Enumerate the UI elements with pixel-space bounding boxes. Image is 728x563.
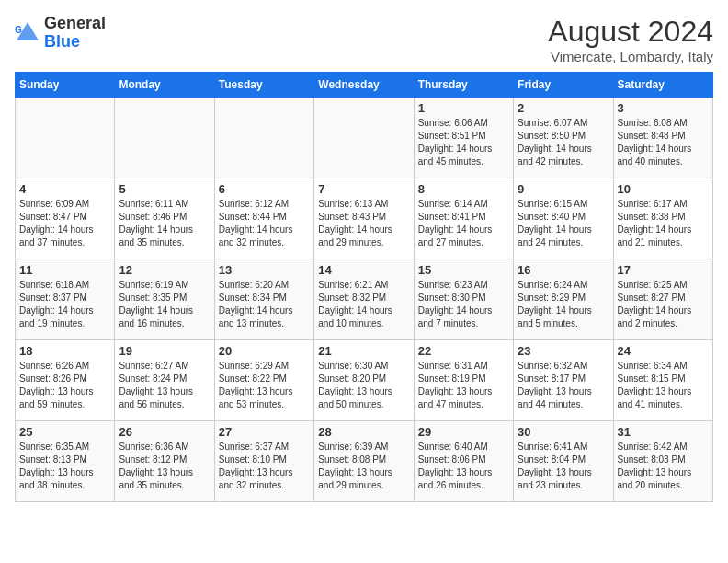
column-header-saturday: Saturday — [613, 73, 712, 98]
calendar-cell — [16, 98, 115, 178]
day-number: 12 — [119, 263, 210, 277]
day-number: 20 — [219, 344, 310, 358]
calendar-cell: 31Sunrise: 6:42 AM Sunset: 8:03 PM Dayli… — [613, 421, 712, 502]
day-info: Sunrise: 6:36 AM Sunset: 8:12 PM Dayligh… — [119, 441, 210, 492]
calendar-cell: 1Sunrise: 6:06 AM Sunset: 8:51 PM Daylig… — [414, 98, 513, 178]
day-number: 18 — [19, 344, 110, 358]
day-number: 23 — [518, 344, 609, 358]
calendar-week-row: 1Sunrise: 6:06 AM Sunset: 8:51 PM Daylig… — [16, 98, 713, 178]
day-number: 29 — [418, 425, 509, 439]
day-info: Sunrise: 6:14 AM Sunset: 8:41 PM Dayligh… — [418, 198, 509, 249]
calendar-week-row: 25Sunrise: 6:35 AM Sunset: 8:13 PM Dayli… — [16, 421, 713, 502]
day-info: Sunrise: 6:06 AM Sunset: 8:51 PM Dayligh… — [418, 117, 509, 168]
calendar-cell — [214, 98, 313, 178]
calendar-cell: 5Sunrise: 6:11 AM Sunset: 8:46 PM Daylig… — [115, 178, 214, 259]
calendar-cell: 25Sunrise: 6:35 AM Sunset: 8:13 PM Dayli… — [16, 421, 115, 502]
day-info: Sunrise: 6:42 AM Sunset: 8:03 PM Dayligh… — [618, 441, 709, 492]
title-block: August 2024 Vimercate, Lombardy, Italy — [548, 15, 713, 64]
day-info: Sunrise: 6:39 AM Sunset: 8:08 PM Dayligh… — [318, 441, 409, 492]
calendar-cell: 23Sunrise: 6:32 AM Sunset: 8:17 PM Dayli… — [514, 340, 613, 421]
day-number: 22 — [418, 344, 509, 358]
calendar-week-row: 11Sunrise: 6:18 AM Sunset: 8:37 PM Dayli… — [16, 259, 713, 340]
day-number: 5 — [119, 182, 210, 196]
calendar-cell: 20Sunrise: 6:29 AM Sunset: 8:22 PM Dayli… — [214, 340, 313, 421]
calendar-cell: 13Sunrise: 6:20 AM Sunset: 8:34 PM Dayli… — [214, 259, 313, 340]
calendar-cell: 12Sunrise: 6:19 AM Sunset: 8:35 PM Dayli… — [115, 259, 214, 340]
calendar-cell: 4Sunrise: 6:09 AM Sunset: 8:47 PM Daylig… — [16, 178, 115, 259]
day-number: 30 — [518, 425, 609, 439]
day-number: 10 — [618, 182, 709, 196]
day-info: Sunrise: 6:07 AM Sunset: 8:50 PM Dayligh… — [518, 117, 609, 168]
calendar-week-row: 18Sunrise: 6:26 AM Sunset: 8:26 PM Dayli… — [16, 340, 713, 421]
day-info: Sunrise: 6:41 AM Sunset: 8:04 PM Dayligh… — [518, 441, 609, 492]
day-info: Sunrise: 6:26 AM Sunset: 8:26 PM Dayligh… — [19, 360, 110, 411]
calendar-table: SundayMondayTuesdayWednesdayThursdayFrid… — [15, 72, 713, 502]
column-header-friday: Friday — [514, 73, 613, 98]
day-number: 31 — [618, 425, 709, 439]
calendar-cell: 30Sunrise: 6:41 AM Sunset: 8:04 PM Dayli… — [514, 421, 613, 502]
day-number: 24 — [618, 344, 709, 358]
calendar-cell: 22Sunrise: 6:31 AM Sunset: 8:19 PM Dayli… — [414, 340, 513, 421]
calendar-cell: 27Sunrise: 6:37 AM Sunset: 8:10 PM Dayli… — [214, 421, 313, 502]
day-info: Sunrise: 6:25 AM Sunset: 8:27 PM Dayligh… — [618, 279, 709, 330]
calendar-cell: 21Sunrise: 6:30 AM Sunset: 8:20 PM Dayli… — [314, 340, 414, 421]
calendar-cell: 29Sunrise: 6:40 AM Sunset: 8:06 PM Dayli… — [414, 421, 513, 502]
day-number: 14 — [318, 263, 409, 277]
day-info: Sunrise: 6:17 AM Sunset: 8:38 PM Dayligh… — [618, 198, 709, 249]
calendar-cell: 28Sunrise: 6:39 AM Sunset: 8:08 PM Dayli… — [314, 421, 414, 502]
logo-text: General Blue — [44, 15, 106, 52]
logo: G General Blue — [15, 15, 106, 52]
day-number: 6 — [219, 182, 310, 196]
day-info: Sunrise: 6:09 AM Sunset: 8:47 PM Dayligh… — [19, 198, 110, 249]
day-info: Sunrise: 6:15 AM Sunset: 8:40 PM Dayligh… — [518, 198, 609, 249]
calendar-cell: 2Sunrise: 6:07 AM Sunset: 8:50 PM Daylig… — [514, 98, 613, 178]
day-info: Sunrise: 6:27 AM Sunset: 8:24 PM Dayligh… — [119, 360, 210, 411]
day-number: 9 — [518, 182, 609, 196]
day-number: 28 — [318, 425, 409, 439]
day-number: 17 — [618, 263, 709, 277]
day-info: Sunrise: 6:20 AM Sunset: 8:34 PM Dayligh… — [219, 279, 310, 330]
day-number: 27 — [219, 425, 310, 439]
day-info: Sunrise: 6:35 AM Sunset: 8:13 PM Dayligh… — [19, 441, 110, 492]
day-info: Sunrise: 6:21 AM Sunset: 8:32 PM Dayligh… — [318, 279, 409, 330]
day-info: Sunrise: 6:30 AM Sunset: 8:20 PM Dayligh… — [318, 360, 409, 411]
day-number: 11 — [19, 263, 110, 277]
day-info: Sunrise: 6:18 AM Sunset: 8:37 PM Dayligh… — [19, 279, 110, 330]
day-info: Sunrise: 6:12 AM Sunset: 8:44 PM Dayligh… — [219, 198, 310, 249]
day-number: 8 — [418, 182, 509, 196]
day-info: Sunrise: 6:29 AM Sunset: 8:22 PM Dayligh… — [219, 360, 310, 411]
calendar-cell: 6Sunrise: 6:12 AM Sunset: 8:44 PM Daylig… — [214, 178, 313, 259]
column-header-wednesday: Wednesday — [314, 73, 414, 98]
calendar-cell: 17Sunrise: 6:25 AM Sunset: 8:27 PM Dayli… — [613, 259, 712, 340]
day-info: Sunrise: 6:31 AM Sunset: 8:19 PM Dayligh… — [418, 360, 509, 411]
calendar-cell: 10Sunrise: 6:17 AM Sunset: 8:38 PM Dayli… — [613, 178, 712, 259]
calendar-cell — [115, 98, 214, 178]
day-number: 19 — [119, 344, 210, 358]
calendar-cell: 11Sunrise: 6:18 AM Sunset: 8:37 PM Dayli… — [16, 259, 115, 340]
day-info: Sunrise: 6:24 AM Sunset: 8:29 PM Dayligh… — [518, 279, 609, 330]
day-info: Sunrise: 6:34 AM Sunset: 8:15 PM Dayligh… — [618, 360, 709, 411]
day-number: 15 — [418, 263, 509, 277]
calendar-cell: 15Sunrise: 6:23 AM Sunset: 8:30 PM Dayli… — [414, 259, 513, 340]
page-title: August 2024 — [548, 15, 713, 49]
calendar-cell: 24Sunrise: 6:34 AM Sunset: 8:15 PM Dayli… — [613, 340, 712, 421]
day-number: 26 — [119, 425, 210, 439]
calendar-cell: 7Sunrise: 6:13 AM Sunset: 8:43 PM Daylig… — [314, 178, 414, 259]
calendar-cell — [314, 98, 414, 178]
day-number: 2 — [518, 101, 609, 115]
day-number: 3 — [618, 101, 709, 115]
day-info: Sunrise: 6:19 AM Sunset: 8:35 PM Dayligh… — [119, 279, 210, 330]
day-info: Sunrise: 6:23 AM Sunset: 8:30 PM Dayligh… — [418, 279, 509, 330]
calendar-cell: 14Sunrise: 6:21 AM Sunset: 8:32 PM Dayli… — [314, 259, 414, 340]
day-info: Sunrise: 6:40 AM Sunset: 8:06 PM Dayligh… — [418, 441, 509, 492]
calendar-cell: 19Sunrise: 6:27 AM Sunset: 8:24 PM Dayli… — [115, 340, 214, 421]
day-info: Sunrise: 6:08 AM Sunset: 8:48 PM Dayligh… — [618, 117, 709, 168]
day-info: Sunrise: 6:13 AM Sunset: 8:43 PM Dayligh… — [318, 198, 409, 249]
day-number: 13 — [219, 263, 310, 277]
day-number: 16 — [518, 263, 609, 277]
day-info: Sunrise: 6:11 AM Sunset: 8:46 PM Dayligh… — [119, 198, 210, 249]
day-info: Sunrise: 6:32 AM Sunset: 8:17 PM Dayligh… — [518, 360, 609, 411]
calendar-week-row: 4Sunrise: 6:09 AM Sunset: 8:47 PM Daylig… — [16, 178, 713, 259]
calendar-cell: 8Sunrise: 6:14 AM Sunset: 8:41 PM Daylig… — [414, 178, 513, 259]
page-header: G General Blue August 2024 Vimercate, Lo… — [15, 15, 713, 64]
